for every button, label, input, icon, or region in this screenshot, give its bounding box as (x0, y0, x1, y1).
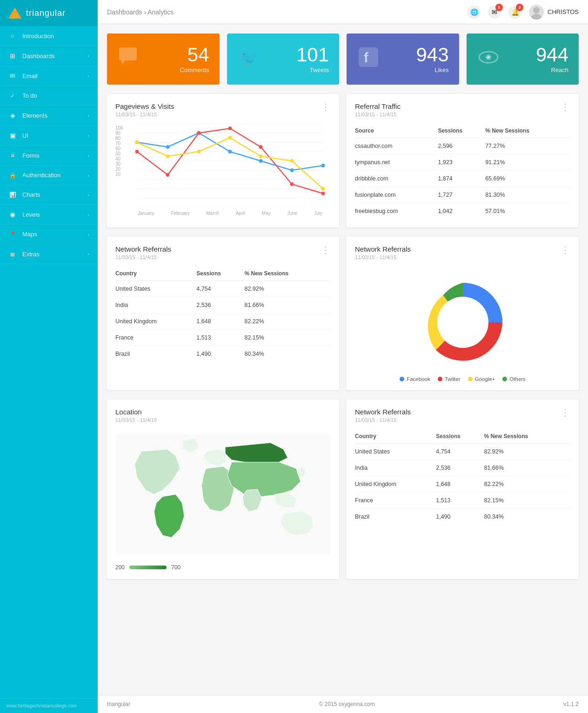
user-menu[interactable]: CHRISTOS (529, 5, 579, 20)
sidebar-item-label: Levels (22, 211, 40, 218)
chevron-right-icon: › (87, 212, 89, 217)
x-label: February (171, 211, 189, 216)
card-menu-button[interactable]: ⋮ (561, 102, 570, 112)
svg-point-9 (487, 56, 490, 59)
table-cell: dribbble.com (355, 171, 438, 187)
sidebar-item-forms[interactable]: ≡ Forms › (0, 146, 98, 166)
card-header: Referral Traffic 11/03/15 - 11/4/15 ⋮ (355, 102, 570, 117)
pageviews-card: Pageviews & Visits 11/03/15 - 11/4/15 ⋮ … (107, 94, 339, 227)
table-row: United States4,75482.92% (115, 281, 331, 297)
table-cell: 82.92% (484, 444, 570, 460)
stat-number: 101 (296, 45, 329, 65)
y-label: 30 (115, 161, 127, 167)
stat-value-block: 101 Tweets (296, 45, 329, 73)
table-cell: 82.15% (244, 330, 331, 346)
sidebar-item-email[interactable]: ✉ Email › (0, 66, 98, 86)
table-cell: tympanus.net (355, 154, 438, 171)
circle-icon: ○ (8, 32, 17, 40)
chevron-right-icon: › (87, 113, 89, 118)
sidebar-item-introduction[interactable]: ○ Introduction (0, 26, 98, 46)
card-title: Pageviews & Visits (115, 102, 174, 110)
notification-icon[interactable]: 🔔 2 (508, 6, 521, 19)
svg-marker-3 (121, 60, 125, 65)
table-cell: United States (355, 444, 436, 460)
card-menu-button[interactable]: ⋮ (561, 245, 570, 254)
line-chart-svg (129, 124, 331, 207)
x-label: January (138, 211, 154, 216)
sidebar-item-levels[interactable]: ◉ Levels › (0, 205, 98, 225)
table-cell: 82.22% (484, 476, 570, 493)
svg-point-41 (437, 297, 488, 348)
card-header: Network Referrals 11/03/15 - 11/4/15 ⋮ (355, 245, 570, 260)
table-cell: 2,536 (436, 460, 484, 476)
chevron-right-icon: › (87, 192, 89, 198)
table-cell: 1,513 (436, 493, 484, 509)
sidebar-item-label: Introduction (22, 33, 54, 40)
svg-point-23 (228, 150, 232, 153)
sidebar-item-authentication[interactable]: 🔒 Authentication › (0, 166, 98, 185)
y-label: 10 (115, 172, 127, 177)
stat-value-block: 54 Comments (180, 45, 209, 73)
table-cell: 82.92% (244, 281, 331, 297)
sidebar-item-label: Elements (22, 112, 47, 119)
table-cell: 1,648 (196, 313, 244, 330)
mail-icon[interactable]: ✉ 5 (488, 6, 501, 19)
svg-text:🐦: 🐦 (239, 47, 260, 67)
network-referrals-right-card: Network Referrals 11/03/15 - 11/4/15 ⋮ (347, 237, 579, 390)
sidebar-item-dashboards[interactable]: ⊞ Dashboards › (0, 46, 98, 66)
card-menu-button[interactable]: ⋮ (321, 245, 331, 254)
col-new-sessions: % New Sessions (485, 124, 570, 138)
sidebar-item-ui[interactable]: ▣ UI › (0, 126, 98, 146)
card-title: Network Referrals (355, 408, 411, 416)
sidebar-item-extras[interactable]: ≣ Extras › (0, 244, 98, 264)
network-referrals-bottom-card: Network Referrals 11/03/15 - 11/4/15 ⋮ C… (347, 400, 579, 579)
table-cell: 81.30% (485, 187, 570, 203)
network-table-left: Country Sessions % New Sessions United S… (115, 267, 331, 362)
sidebar-item-maps[interactable]: 📍 Maps › (0, 225, 98, 244)
topbar-actions: 🌐 ✉ 5 🔔 2 CHRISTOS (468, 5, 579, 20)
card-menu-button[interactable]: ⋮ (561, 408, 570, 417)
y-label: 70 (115, 141, 127, 146)
sidebar-item-todo[interactable]: ✓ To do (0, 86, 98, 106)
svg-point-1 (531, 14, 541, 20)
map-container (115, 429, 331, 560)
table-cell: India (355, 460, 436, 476)
sidebar-item-elements[interactable]: ◈ Elements › (0, 106, 98, 126)
sidebar-item-label: Forms (22, 152, 40, 159)
logo-icon (8, 7, 21, 19)
card-subtitle: 11/03/15 - 11/4/15 (355, 254, 411, 260)
globe-icon[interactable]: 🌐 (468, 6, 481, 19)
table-cell: India (115, 297, 196, 313)
sidebar-item-charts[interactable]: 📊 Charts › (0, 185, 98, 205)
table-cell: 82.15% (484, 493, 570, 509)
x-label: March (206, 211, 219, 216)
twitter-dot (438, 377, 442, 381)
footer-brand: triangular (107, 701, 130, 707)
sidebar-logo[interactable]: triangular (0, 0, 98, 26)
table-row: Brazil1,49080.34% (115, 346, 331, 362)
lock-icon: 🔒 (8, 172, 17, 179)
world-map-svg (115, 429, 331, 560)
card-menu-button[interactable]: ⋮ (321, 102, 331, 112)
svg-point-25 (290, 168, 294, 172)
svg-point-26 (321, 164, 325, 167)
table-row: India2,53681.66% (355, 460, 570, 476)
table-cell: 81.66% (244, 297, 331, 313)
svg-point-38 (259, 154, 263, 158)
col-source: Source (355, 124, 438, 138)
legend-twitter: Twitter (438, 376, 461, 382)
chevron-right-icon: › (87, 251, 89, 257)
table-cell: cssauthor.com (355, 138, 438, 154)
svg-point-27 (135, 150, 139, 153)
stat-value-block: 943 Likes (416, 45, 448, 73)
col-sessions: Sessions (196, 267, 244, 281)
donut-container: Facebook Twitter Google+ Others (355, 267, 570, 382)
stat-label: Reach (536, 67, 568, 73)
table-cell: 80.34% (244, 346, 331, 362)
card-subtitle: 11/03/15 - 11/4/15 (355, 112, 401, 117)
sidebar: triangular ○ Introduction ⊞ Dashboards ›… (0, 0, 98, 713)
svg-point-37 (228, 136, 232, 140)
table-cell: 57.01% (485, 203, 570, 220)
dashboard-content: 54 Comments 🐦 101 Tweets f (98, 24, 588, 695)
chevron-right-icon: › (87, 173, 89, 178)
